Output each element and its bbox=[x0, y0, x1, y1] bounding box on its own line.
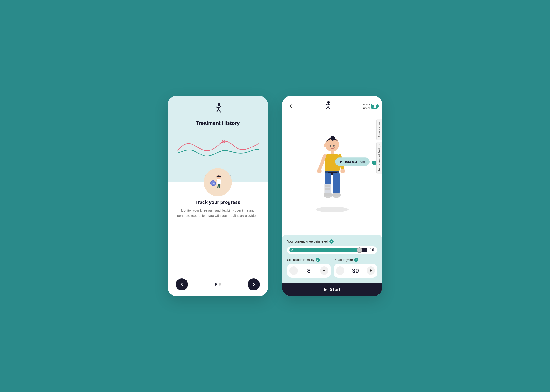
right-header: Garment Battery bbox=[282, 96, 382, 114]
track-title: Track your progress bbox=[195, 200, 240, 205]
stimulation-label-row: Stimulation Intensity i bbox=[287, 258, 331, 262]
start-button[interactable]: Start bbox=[282, 283, 382, 296]
svg-point-25 bbox=[324, 143, 326, 147]
dot-2 bbox=[219, 283, 221, 286]
svg-line-5 bbox=[219, 109, 221, 112]
battery-label: Garment Battery bbox=[360, 103, 370, 110]
svg-line-2 bbox=[216, 107, 219, 108]
show-me-how-tab[interactable]: Show me how bbox=[376, 119, 382, 140]
slider-container[interactable]: 0 10 bbox=[287, 246, 377, 254]
duration-group: Duration (min) i - 30 + bbox=[334, 258, 377, 278]
svg-marker-44 bbox=[340, 160, 342, 163]
start-play-icon bbox=[324, 288, 328, 292]
svg-line-14 bbox=[218, 185, 218, 188]
duration-info[interactable]: i bbox=[354, 258, 358, 262]
left-screen-bottom: Track your progress Monitor your knee pa… bbox=[168, 182, 268, 296]
battery-area: Garment Battery bbox=[360, 103, 378, 110]
right-logo-icon bbox=[322, 100, 333, 112]
left-screen: Treatment History Nov Dec Jan Feb Mar bbox=[168, 96, 268, 296]
duration-plus-button[interactable]: + bbox=[367, 266, 375, 275]
controls-row: Stimulation Intensity i - 8 + Duration (… bbox=[287, 258, 377, 278]
slider-min-label: 0 bbox=[289, 249, 293, 252]
stimulation-value: 8 bbox=[307, 267, 310, 274]
screen-title: Treatment History bbox=[196, 120, 240, 126]
avatar-figure bbox=[208, 173, 227, 192]
svg-rect-8 bbox=[217, 179, 221, 184]
avatar-circle bbox=[204, 168, 232, 196]
nav-row bbox=[176, 278, 260, 291]
svg-point-42 bbox=[317, 169, 322, 173]
duration-label: Duration (min) bbox=[334, 258, 353, 262]
test-garment-label: Test Garment bbox=[345, 160, 365, 164]
stimulation-minus-button[interactable]: - bbox=[289, 266, 298, 275]
svg-rect-33 bbox=[333, 173, 340, 194]
side-tabs: Show me how Recommended Settings bbox=[376, 119, 382, 174]
stimulation-group: Stimulation Intensity i - 8 + bbox=[287, 258, 331, 278]
svg-point-24 bbox=[330, 136, 335, 141]
svg-point-27 bbox=[333, 145, 335, 147]
battery-bar-4 bbox=[376, 105, 377, 108]
duration-value: 30 bbox=[352, 267, 359, 274]
back-nav-button[interactable] bbox=[176, 278, 188, 291]
svg-line-18 bbox=[326, 104, 328, 105]
track-desc: Monitor your knee pain and flexibility o… bbox=[176, 208, 260, 218]
slider-max-label: 10 bbox=[369, 248, 375, 252]
svg-point-43 bbox=[340, 169, 345, 173]
chart-svg bbox=[175, 132, 261, 165]
stimulation-control-box: - 8 + bbox=[287, 264, 331, 278]
svg-rect-40 bbox=[324, 193, 332, 196]
duration-minus-button[interactable]: - bbox=[336, 266, 344, 275]
svg-point-22 bbox=[316, 207, 349, 212]
forward-nav-button[interactable] bbox=[248, 278, 260, 291]
svg-line-15 bbox=[219, 185, 220, 188]
svg-point-26 bbox=[330, 145, 331, 147]
test-garment-info[interactable]: i bbox=[372, 161, 377, 165]
pagination-dots bbox=[215, 283, 221, 286]
human-figure bbox=[307, 135, 358, 214]
body-area: Test Garment i Show me how Recommended S… bbox=[282, 114, 382, 235]
svg-marker-45 bbox=[324, 288, 327, 291]
dot-1 bbox=[215, 283, 217, 286]
duration-label-row: Duration (min) i bbox=[334, 258, 377, 262]
pain-level-label: Your current knee pain level bbox=[287, 240, 328, 243]
pain-level-row: Your current knee pain level i bbox=[287, 239, 377, 244]
svg-line-20 bbox=[326, 106, 328, 109]
svg-point-7 bbox=[216, 175, 221, 179]
start-label: Start bbox=[330, 287, 341, 292]
back-button[interactable] bbox=[287, 102, 295, 110]
screens-container: Treatment History Nov Dec Jan Feb Mar bbox=[168, 96, 382, 296]
recommended-settings-tab[interactable]: Recommended Settings bbox=[376, 142, 382, 174]
stimulation-plus-button[interactable]: + bbox=[320, 266, 328, 275]
stimulation-info[interactable]: i bbox=[316, 258, 320, 262]
stimulation-label: Stimulation Intensity bbox=[287, 258, 314, 262]
svg-rect-28 bbox=[331, 151, 334, 154]
battery-bar-2 bbox=[373, 105, 374, 108]
logo-icon bbox=[212, 103, 224, 115]
svg-line-21 bbox=[328, 106, 330, 109]
svg-point-16 bbox=[327, 101, 330, 103]
play-icon bbox=[339, 160, 343, 164]
right-screen: Garment Battery bbox=[282, 96, 382, 296]
svg-line-4 bbox=[217, 109, 219, 112]
pain-level-info[interactable]: i bbox=[329, 239, 334, 244]
battery-icon bbox=[371, 104, 378, 109]
svg-point-0 bbox=[218, 103, 220, 106]
svg-rect-41 bbox=[332, 193, 341, 196]
slider-thumb[interactable] bbox=[357, 247, 362, 253]
battery-bar-1 bbox=[372, 105, 373, 108]
battery-bar-3 bbox=[375, 105, 376, 108]
chart-container bbox=[175, 132, 261, 169]
bottom-panel: Your current knee pain level i 0 10 Stim… bbox=[282, 235, 382, 283]
duration-control-box: - 30 + bbox=[334, 264, 377, 278]
slider-track[interactable]: 0 bbox=[289, 248, 367, 252]
test-garment-button[interactable]: Test Garment bbox=[335, 157, 370, 166]
